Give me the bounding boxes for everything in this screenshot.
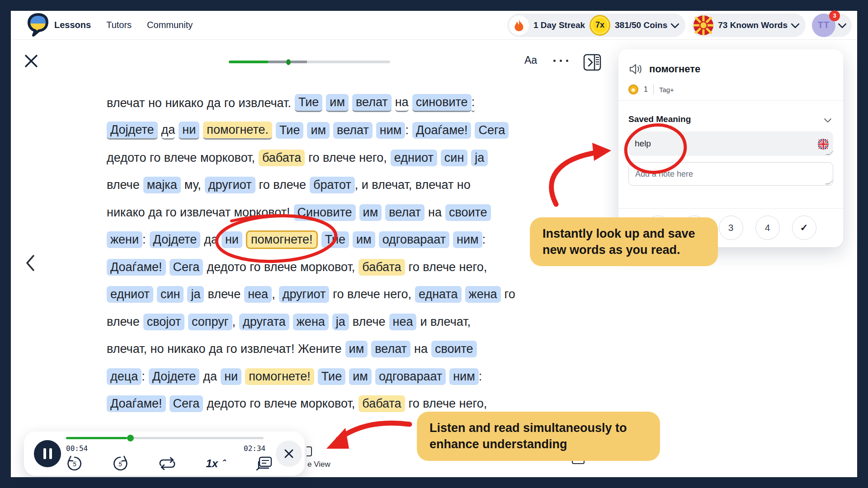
sidebar-toggle-icon[interactable] bbox=[582, 52, 602, 72]
highlighted-word[interactable]: син bbox=[441, 150, 468, 166]
highlighted-word[interactable]: Дојдете bbox=[107, 122, 158, 140]
highlighted-word[interactable]: ја bbox=[187, 286, 204, 303]
loop-button[interactable] bbox=[157, 456, 177, 471]
highlighted-word[interactable]: едната bbox=[415, 286, 462, 303]
pause-button[interactable] bbox=[34, 440, 61, 467]
highlighted-word[interactable]: им bbox=[349, 368, 372, 385]
previous-page-button[interactable] bbox=[24, 253, 37, 273]
chevron-down-icon[interactable] bbox=[791, 19, 800, 28]
chevron-down-icon[interactable] bbox=[670, 19, 679, 28]
highlighted-word[interactable]: другата bbox=[239, 314, 289, 330]
known-words-pill[interactable]: 73 Known Words bbox=[692, 14, 806, 37]
highlighted-word[interactable]: своите bbox=[431, 341, 477, 357]
highlighted-word[interactable]: својот bbox=[143, 314, 184, 330]
streak-coins-pill[interactable]: 1 Day Streak 7x 381/50 Coins bbox=[507, 14, 685, 37]
pronounce-word-button[interactable] bbox=[628, 63, 643, 75]
highlighted-word[interactable]: помогнете! bbox=[245, 368, 314, 385]
highlighted-word[interactable]: ни bbox=[221, 368, 241, 385]
highlighted-word[interactable]: ја bbox=[332, 314, 349, 330]
audio-progress-thumb[interactable] bbox=[127, 435, 134, 441]
highlighted-word[interactable]: ни bbox=[222, 231, 242, 248]
profile-menu[interactable]: TT 3 bbox=[812, 14, 852, 37]
highlighted-word[interactable]: велат bbox=[371, 341, 410, 357]
audio-progress-bar[interactable] bbox=[66, 437, 264, 439]
highlighted-word[interactable]: братот bbox=[310, 177, 355, 193]
highlighted-word[interactable]: ја bbox=[471, 150, 488, 166]
nav-item-tutors[interactable]: Tutors bbox=[106, 20, 132, 30]
note-input[interactable]: Add a note here bbox=[628, 162, 833, 186]
highlighted-word[interactable]: деца bbox=[107, 368, 142, 385]
close-player-button[interactable] bbox=[276, 441, 302, 467]
highlighted-word[interactable]: ни bbox=[179, 122, 199, 140]
highlighted-word[interactable]: им bbox=[345, 341, 368, 357]
rating-4-button[interactable]: 4 bbox=[755, 216, 780, 240]
transcript-view-button[interactable] bbox=[255, 455, 273, 472]
highlighted-word[interactable]: Дојдете bbox=[150, 231, 201, 248]
highlighted-word[interactable]: бабата bbox=[259, 150, 305, 166]
page-view-label[interactable]: e View bbox=[307, 460, 330, 469]
highlighted-word[interactable]: Доаѓаме! bbox=[107, 395, 166, 412]
highlighted-word[interactable]: одговараат bbox=[375, 368, 446, 385]
highlighted-word[interactable]: синовите bbox=[412, 94, 472, 112]
highlighted-word[interactable]: ним bbox=[376, 122, 406, 139]
page-view-icon[interactable] bbox=[307, 446, 312, 456]
highlighted-word[interactable]: ним bbox=[449, 368, 479, 385]
highlighted-word[interactable]: ним bbox=[453, 231, 482, 248]
nav-item-community[interactable]: Community bbox=[147, 20, 193, 30]
highlighted-word[interactable]: Доаѓаме! bbox=[412, 122, 472, 139]
font-settings-button[interactable]: Aa bbox=[524, 54, 537, 66]
playback-speed-button[interactable]: 1x⌃ bbox=[206, 457, 226, 470]
highlighted-word[interactable]: им bbox=[353, 231, 375, 248]
rewind-5-button[interactable]: 5 bbox=[66, 455, 83, 472]
highlighted-word[interactable]: Доаѓаме! bbox=[107, 259, 166, 276]
highlighted-word[interactable]: им bbox=[359, 204, 382, 221]
highlighted-word[interactable]: им bbox=[307, 122, 330, 139]
highlighted-word[interactable]: Тие bbox=[295, 94, 322, 112]
highlighted-word[interactable]: бабата bbox=[359, 259, 405, 276]
highlighted-word[interactable]: своите bbox=[445, 204, 491, 221]
highlighted-word[interactable]: неа bbox=[389, 314, 417, 330]
highlighted-word[interactable]: одговараат bbox=[379, 231, 449, 248]
highlighted-word[interactable]: Синовите bbox=[294, 204, 356, 221]
lesson-progress-bar[interactable] bbox=[229, 61, 390, 63]
highlighted-word[interactable]: сопруг bbox=[188, 314, 232, 330]
highlighted-word[interactable]: Дојдете bbox=[149, 368, 200, 385]
chevron-down-icon[interactable] bbox=[838, 19, 847, 28]
highlighted-word[interactable]: велат bbox=[333, 122, 373, 139]
progress-position-dot[interactable] bbox=[286, 59, 291, 65]
highlighted-word[interactable]: жена bbox=[293, 314, 329, 330]
highlighted-word[interactable]: син bbox=[157, 286, 184, 303]
nav-item-lessons[interactable]: Lessons bbox=[54, 20, 91, 30]
highlighted-word[interactable]: Тие bbox=[321, 231, 349, 248]
highlighted-word[interactable]: Сега bbox=[170, 259, 203, 276]
highlighted-word[interactable]: едниот bbox=[107, 286, 153, 303]
highlighted-word[interactable]: Тие bbox=[318, 368, 345, 385]
highlighted-word[interactable]: жени bbox=[107, 231, 142, 248]
highlighted-word[interactable]: велат bbox=[352, 94, 392, 112]
highlighted-word[interactable]: жена bbox=[465, 286, 501, 303]
highlighted-word[interactable]: другиот bbox=[279, 286, 330, 303]
add-tag-button[interactable]: Tag+ bbox=[659, 86, 674, 94]
highlighted-word[interactable]: им bbox=[326, 94, 349, 112]
selected-word[interactable]: помогнете! bbox=[246, 230, 318, 249]
rating-3-button[interactable]: 3 bbox=[719, 216, 743, 240]
collapse-section-chevron-icon[interactable] bbox=[824, 115, 832, 123]
english-flag-icon[interactable] bbox=[818, 139, 829, 152]
rating-known-button[interactable]: ✓ bbox=[792, 216, 816, 240]
meaning-input[interactable]: help bbox=[628, 131, 833, 156]
app-logo-icon[interactable] bbox=[27, 12, 49, 38]
resize-handle-icon[interactable] bbox=[825, 180, 834, 184]
close-lesson-button[interactable] bbox=[24, 53, 39, 69]
more-options-button[interactable] bbox=[553, 60, 568, 62]
highlighted-word[interactable]: бабата bbox=[359, 395, 405, 412]
highlighted-word[interactable]: помогнете. bbox=[203, 122, 272, 140]
highlighted-word[interactable]: Тие bbox=[276, 122, 303, 139]
highlighted-word[interactable]: Сега bbox=[475, 122, 509, 139]
highlighted-word[interactable]: Сега bbox=[170, 395, 203, 412]
highlighted-word[interactable]: велат bbox=[385, 204, 425, 221]
highlighted-word[interactable]: другиот bbox=[205, 177, 255, 193]
highlighted-word[interactable]: неа bbox=[244, 286, 272, 303]
forward-5-button[interactable]: 5 bbox=[112, 455, 129, 472]
highlighted-word[interactable]: едниот bbox=[391, 150, 437, 166]
highlighted-word[interactable]: мајка bbox=[143, 177, 181, 193]
